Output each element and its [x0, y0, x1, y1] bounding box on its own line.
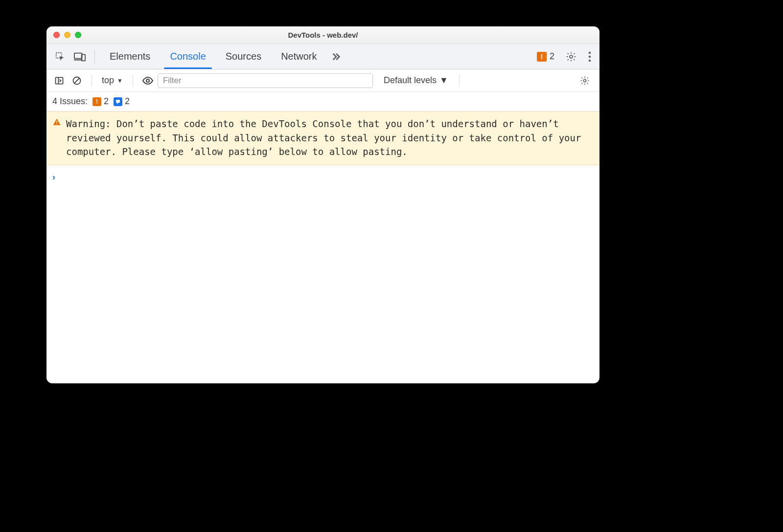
device-toolbar-icon[interactable]: [71, 48, 89, 66]
titlebar: DevTools - web.dev/: [46, 26, 599, 44]
tab-console[interactable]: Console: [160, 44, 215, 69]
separator: [133, 75, 133, 87]
paste-warning-message: Warning: Don’t paste code into the DevTo…: [46, 111, 599, 165]
svg-rect-8: [56, 77, 63, 84]
main-tabbar: Elements Console Sources Network ! 2: [46, 44, 599, 69]
console-toolbar: top ▼ Default levels ▼: [46, 69, 599, 92]
chevron-down-icon: ▼: [117, 77, 123, 84]
filter-input[interactable]: [158, 73, 373, 88]
console-prompt[interactable]: ›: [46, 165, 599, 189]
svg-point-4: [570, 55, 573, 58]
svg-point-5: [589, 51, 591, 54]
levels-label: Default levels: [384, 75, 437, 86]
svg-point-6: [589, 55, 591, 58]
separator: [94, 50, 95, 64]
tabbar-issue-indicator[interactable]: ! 2: [537, 51, 554, 62]
warning-badge-icon: !: [92, 97, 101, 106]
svg-rect-1: [74, 53, 82, 58]
warning-triangle-icon: [52, 118, 61, 159]
issues-summary: 4 Issues: ! 2 2: [46, 92, 599, 111]
toggle-sidebar-button[interactable]: [51, 73, 67, 89]
svg-line-11: [74, 78, 79, 83]
devtools-window: DevTools - web.dev/ Elements Console Sou…: [46, 26, 599, 383]
log-levels-selector[interactable]: Default levels ▼: [384, 75, 448, 86]
svg-rect-14: [116, 100, 120, 103]
more-tabs-button[interactable]: [327, 51, 345, 62]
console-settings-button[interactable]: [576, 72, 594, 89]
panel-tabs: Elements Console Sources Network: [100, 44, 327, 69]
context-label: top: [102, 75, 114, 86]
separator: [459, 75, 460, 87]
tab-sources[interactable]: Sources: [216, 44, 271, 69]
prompt-caret-icon: ›: [52, 172, 55, 182]
info-badge-icon: [114, 97, 122, 106]
svg-point-13: [583, 79, 586, 82]
live-expression-button[interactable]: [140, 73, 156, 89]
context-selector[interactable]: top ▼: [99, 75, 126, 86]
more-options-button[interactable]: [584, 48, 596, 66]
svg-point-12: [146, 79, 149, 82]
settings-button[interactable]: [562, 48, 580, 66]
tabbar-issue-count: 2: [550, 51, 554, 62]
issues-info-count: 2: [125, 96, 130, 107]
separator: [92, 75, 92, 87]
svg-rect-15: [56, 121, 57, 123]
traffic-lights: [53, 32, 81, 38]
warning-badge-icon: !: [537, 52, 547, 62]
window-title: DevTools - web.dev/: [46, 31, 599, 39]
chevron-down-icon: ▼: [439, 75, 448, 86]
close-window-button[interactable]: [53, 32, 60, 38]
issues-label: 4 Issues:: [52, 96, 88, 107]
issues-warning-count: 2: [104, 96, 109, 107]
svg-point-7: [589, 59, 591, 62]
svg-rect-16: [56, 124, 57, 125]
tab-network[interactable]: Network: [271, 44, 326, 69]
issues-info-pair[interactable]: 2: [114, 96, 130, 107]
zoom-window-button[interactable]: [75, 32, 81, 38]
inspect-element-icon[interactable]: [51, 48, 69, 66]
tab-elements[interactable]: Elements: [100, 44, 160, 69]
clear-console-button[interactable]: [69, 73, 85, 89]
minimize-window-button[interactable]: [64, 32, 70, 38]
warning-text: Warning: Don’t paste code into the DevTo…: [66, 117, 592, 159]
issues-warning-pair[interactable]: ! 2: [92, 96, 109, 107]
